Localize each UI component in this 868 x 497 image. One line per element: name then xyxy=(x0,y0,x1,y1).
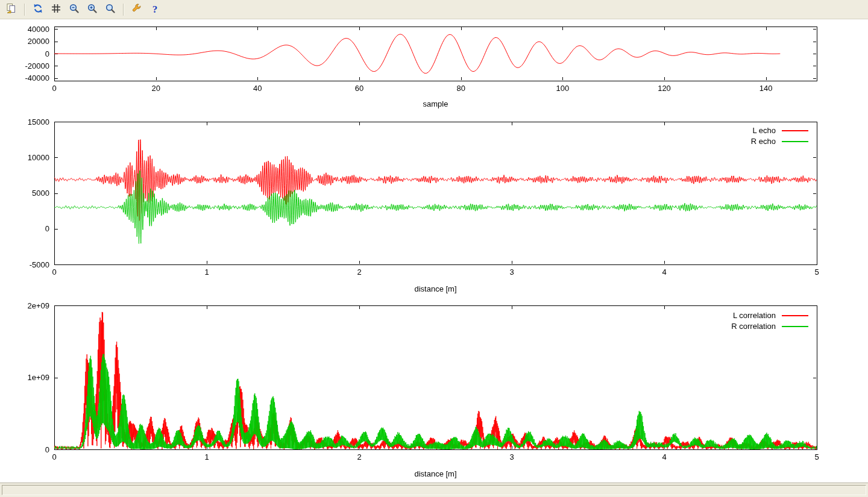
zoom-next-icon xyxy=(87,3,98,16)
x-axis-label-distance-corr: distance [m] xyxy=(54,469,817,478)
x-axis-label-distance-echo: distance [m] xyxy=(54,284,817,293)
help-icon: ? xyxy=(153,4,158,16)
copy-to-clipboard-icon xyxy=(6,3,17,16)
legend-entry-l-echo: L echo xyxy=(752,126,808,135)
replot-button[interactable] xyxy=(30,2,46,17)
toolbar-separator xyxy=(24,4,25,16)
legend-label: L echo xyxy=(752,126,776,135)
grid-toggle-button[interactable] xyxy=(48,2,64,17)
zoom-previous-icon xyxy=(69,3,80,16)
pulse-plot[interactable] xyxy=(54,27,817,81)
copy-to-clipboard-button[interactable] xyxy=(4,2,19,17)
legend-label: R echo xyxy=(751,137,776,146)
legend-entry-r-correlation: R correlation xyxy=(731,322,808,331)
legend-line-sample xyxy=(782,326,808,327)
x-axis-label-sample: sample xyxy=(54,99,817,108)
config-button[interactable] xyxy=(129,2,145,17)
legend-label: L correlation xyxy=(733,311,776,320)
grid-toggle-icon xyxy=(51,3,61,16)
legend-entry-l-correlation: L correlation xyxy=(733,311,808,320)
echo-legend: L echo R echo xyxy=(751,126,808,146)
legend-label: R correlation xyxy=(731,322,776,331)
legend-line-sample xyxy=(782,141,808,142)
help-button[interactable]: ? xyxy=(147,2,163,17)
legend-entry-r-echo: R echo xyxy=(751,137,808,146)
toolbar-separator xyxy=(123,4,124,16)
zoom-previous-button[interactable] xyxy=(66,2,82,17)
gnuplot-window: ? sample distance [m] distance [m] L ech… xyxy=(0,0,868,497)
autoscale-button[interactable] xyxy=(102,2,118,17)
status-field xyxy=(2,485,866,495)
toolbar: ? xyxy=(0,0,868,19)
legend-line-sample xyxy=(782,315,808,316)
zoom-next-button[interactable] xyxy=(84,2,100,17)
status-bar xyxy=(0,483,868,497)
autoscale-magnifier-icon xyxy=(105,3,116,16)
legend-line-sample xyxy=(782,130,808,131)
replot-refresh-icon xyxy=(33,3,43,16)
correlation-plot[interactable] xyxy=(54,305,817,449)
echo-plot[interactable] xyxy=(54,122,817,264)
config-wrench-icon xyxy=(131,3,142,16)
correlation-legend: L correlation R correlation xyxy=(731,311,808,331)
